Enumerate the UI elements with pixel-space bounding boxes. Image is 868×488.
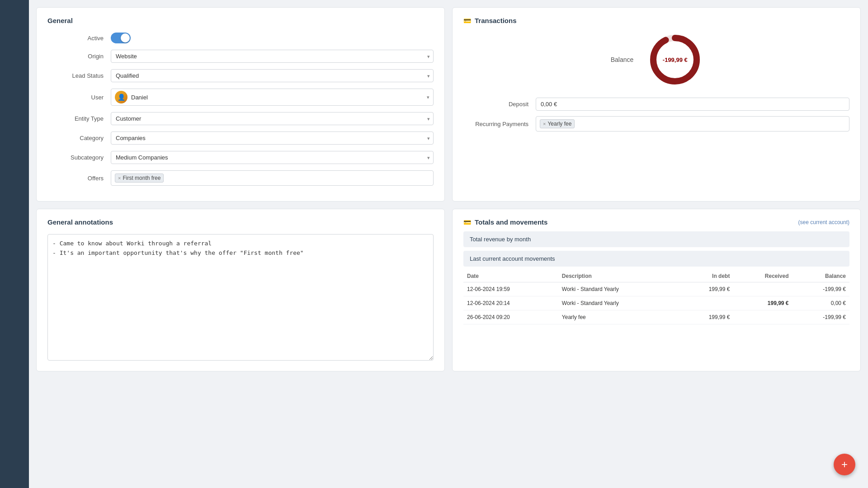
movements-section-text: Last current account movements <box>470 255 555 262</box>
totals-title: 💳 Totals and movements <box>463 218 547 226</box>
cell-received <box>733 282 792 296</box>
transactions-icon: 💳 <box>463 17 471 24</box>
cell-balance: -199,99 € <box>793 282 849 296</box>
movements-section[interactable]: Last current account movements <box>463 251 849 267</box>
general-title: General <box>47 17 434 24</box>
cell-date: 26-06-2024 09:20 <box>463 310 558 324</box>
annotations-card: General annotations <box>36 209 445 371</box>
origin-select[interactable]: Website Phone Email Other <box>111 50 434 63</box>
table-row: 26-06-2024 09:20 Yearly fee 199,99 € -19… <box>463 310 849 324</box>
lead-status-row: Lead Status Qualified New In Progress Cl… <box>47 69 434 82</box>
transactions-card: 💳 Transactions Balance -199,99 € Deposit <box>452 7 861 202</box>
balance-label: Balance <box>611 56 634 63</box>
entity-type-select[interactable]: Customer Lead Partner <box>111 112 434 125</box>
user-row: User Daniel ▾ <box>47 89 434 106</box>
cell-balance: -199,99 € <box>793 310 849 324</box>
cell-balance: 0,00 € <box>793 296 849 310</box>
cell-description: Worki - Standard Yearly <box>558 282 680 296</box>
cell-in-debt: 199,99 € <box>680 310 734 324</box>
user-avatar <box>115 91 127 103</box>
main-content: General Active Origin Website Phone Emai… <box>29 0 868 488</box>
entity-type-label: Entity Type <box>47 115 111 122</box>
donut-chart: -199,99 € <box>648 33 702 87</box>
transactions-title: 💳 Transactions <box>463 17 849 24</box>
annotations-textarea[interactable] <box>47 234 434 361</box>
totals-card: 💳 Totals and movements (see current acco… <box>452 209 861 371</box>
movements-table: Date Description In debt Received Balanc… <box>463 270 849 324</box>
origin-select-wrapper: Website Phone Email Other <box>111 50 434 63</box>
col-description: Description <box>558 270 680 282</box>
lead-status-label: Lead Status <box>47 72 111 79</box>
see-current-link[interactable]: (see current account) <box>798 219 849 225</box>
cell-description: Worki - Standard Yearly <box>558 296 680 310</box>
cell-received <box>733 310 792 324</box>
category-select-wrapper: Companies Individuals <box>111 131 434 145</box>
active-toggle[interactable] <box>111 33 131 43</box>
annotations-title-text: General annotations <box>47 218 113 226</box>
revenue-section[interactable]: Total revenue by month <box>463 231 849 247</box>
subcategory-select-wrapper: Medium Companies Small Companies Large C… <box>111 151 434 164</box>
subcategory-select[interactable]: Medium Companies Small Companies Large C… <box>111 151 434 164</box>
transactions-title-text: Transactions <box>475 17 517 24</box>
cell-description: Yearly fee <box>558 310 680 324</box>
table-row: 12-06-2024 19:59 Worki - Standard Yearly… <box>463 282 849 296</box>
entity-type-select-wrapper: Customer Lead Partner <box>111 112 434 125</box>
lead-status-select[interactable]: Qualified New In Progress Closed <box>111 69 434 82</box>
category-row: Category Companies Individuals <box>47 131 434 145</box>
subcategory-label: Subcategory <box>47 154 111 161</box>
recurring-tag-input[interactable]: × Yearly fee <box>536 116 849 131</box>
offers-tag-input[interactable]: × First month free <box>111 170 434 186</box>
fab-add-button[interactable]: + <box>834 454 855 475</box>
entity-type-row: Entity Type Customer Lead Partner <box>47 112 434 125</box>
revenue-section-text: Total revenue by month <box>470 236 531 243</box>
recurring-row: Recurring Payments × Yearly fee <box>463 116 849 131</box>
cell-received: 199,99 € <box>733 296 792 310</box>
category-label: Category <box>47 135 111 141</box>
origin-label: Origin <box>47 53 111 60</box>
col-balance: Balance <box>793 270 849 282</box>
origin-row: Origin Website Phone Email Other <box>47 50 434 63</box>
user-name: Daniel <box>131 94 148 101</box>
active-toggle-wrapper <box>111 33 434 43</box>
table-row: 12-06-2024 20:14 Worki - Standard Yearly… <box>463 296 849 310</box>
user-select-wrapper: Daniel ▾ <box>111 89 434 106</box>
category-select[interactable]: Companies Individuals <box>111 131 434 145</box>
deposit-label: Deposit <box>463 101 536 108</box>
offers-row: Offers × First month free <box>47 170 434 186</box>
active-row: Active <box>47 33 434 43</box>
totals-header: 💳 Totals and movements (see current acco… <box>463 218 849 226</box>
recurring-label: Recurring Payments <box>463 121 536 127</box>
sidebar <box>0 0 29 488</box>
cell-in-debt: 199,99 € <box>680 282 734 296</box>
offers-tag: × First month free <box>115 174 164 183</box>
active-label: Active <box>47 35 111 42</box>
cell-date: 12-06-2024 20:14 <box>463 296 558 310</box>
recurring-tag-remove[interactable]: × <box>543 121 546 127</box>
user-label: User <box>47 94 111 101</box>
balance-value: -199,99 € <box>663 56 688 63</box>
subcategory-row: Subcategory Medium Companies Small Compa… <box>47 151 434 164</box>
user-select-inner[interactable]: Daniel ▾ <box>111 89 434 106</box>
cell-in-debt <box>680 296 734 310</box>
offers-tag-text: First month free <box>123 175 160 181</box>
general-card: General Active Origin Website Phone Emai… <box>36 7 445 202</box>
deposit-row: Deposit <box>463 98 849 111</box>
totals-icon: 💳 <box>463 219 471 226</box>
col-received: Received <box>733 270 792 282</box>
deposit-input[interactable] <box>536 98 849 111</box>
annotations-title: General annotations <box>47 218 434 226</box>
col-in-debt: In debt <box>680 270 734 282</box>
chevron-down-icon: ▾ <box>427 94 429 100</box>
recurring-tag: × Yearly fee <box>540 119 575 128</box>
col-date: Date <box>463 270 558 282</box>
general-title-text: General <box>47 17 73 24</box>
lead-status-select-wrapper: Qualified New In Progress Closed <box>111 69 434 82</box>
offers-label: Offers <box>47 175 111 182</box>
recurring-tag-text: Yearly fee <box>547 121 571 127</box>
offers-tag-remove[interactable]: × <box>118 175 121 181</box>
totals-title-text: Totals and movements <box>475 218 547 226</box>
cell-date: 12-06-2024 19:59 <box>463 282 558 296</box>
